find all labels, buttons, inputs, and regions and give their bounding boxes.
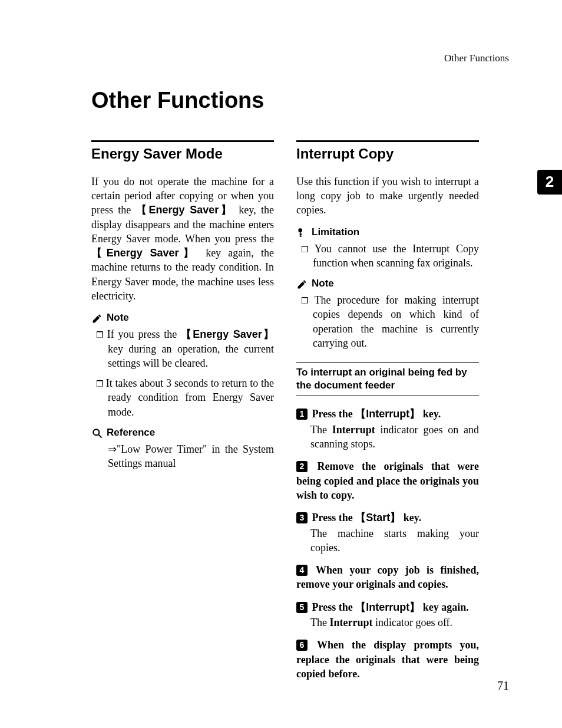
text: key.: [401, 512, 421, 523]
text: key again.: [420, 601, 469, 613]
keycap-interrupt: Interrupt: [366, 601, 409, 613]
page-title: Other Functions: [91, 85, 509, 116]
note-heading: Note: [91, 311, 274, 325]
text: The: [310, 617, 329, 628]
section-title-energy-saver: Energy Saver Mode: [91, 144, 274, 163]
chapter-tab: 2: [537, 170, 562, 195]
svg-rect-5: [300, 236, 302, 237]
keycap-energy-saver: Energy Saver: [107, 247, 179, 259]
keycap-energy-saver: Energy Saver: [193, 328, 262, 340]
key-icon: [296, 226, 308, 238]
pencil-icon: [296, 278, 308, 290]
limitation-list: You cannot use the Interrupt Copy functi…: [296, 242, 479, 271]
reference-heading: Reference: [91, 426, 274, 440]
keycap-interrupt: Interrupt: [366, 408, 409, 420]
text: Press the: [312, 601, 356, 613]
step: 4 When your copy job is finished, remove…: [296, 563, 479, 592]
step-body: The Interrupt indicator goes off.: [296, 615, 479, 630]
right-column: Interrupt Copy Use this function if you …: [296, 140, 479, 689]
svg-rect-4: [300, 234, 302, 235]
text: If you press the: [107, 328, 181, 340]
note-label: Note: [107, 311, 129, 325]
text: When your copy job is finished, remove y…: [296, 564, 479, 590]
note-list: If you press the 【Energy Saver】 key duri…: [91, 327, 274, 419]
step: 2 Remove the originals that were being c…: [296, 459, 479, 502]
energy-saver-intro: If you do not operate the machine for a …: [91, 174, 274, 304]
step: 6 When the display prompts you, replace …: [296, 638, 479, 681]
note-item: If you press the 【Energy Saver】 key duri…: [91, 327, 274, 370]
limitation-heading: Limitation: [296, 226, 479, 239]
note-heading: Note: [296, 277, 479, 291]
text: key.: [420, 408, 441, 420]
magnifier-icon: [91, 427, 103, 439]
svg-point-0: [93, 429, 99, 435]
subsection-title: To interrupt an original being fed by th…: [296, 362, 479, 396]
step-body: The Interrupt indicator goes on and scan…: [296, 423, 479, 452]
text: Press the: [312, 408, 356, 420]
keycap-energy-saver: Energy Saver: [148, 204, 219, 216]
step-number-icon: 2: [296, 461, 308, 472]
running-header: Other Functions: [444, 52, 509, 65]
svg-line-1: [99, 434, 102, 437]
page-number: 71: [497, 678, 509, 694]
section-rule: [296, 140, 479, 142]
text: indicator goes off.: [372, 617, 452, 628]
note-item: It takes about 3 seconds to return to th…: [91, 376, 274, 419]
note-list: The procedure for making interrupt copie…: [296, 293, 479, 350]
step-list: 1 Press the 【Interrupt】 key. The Interru…: [296, 407, 479, 681]
text: When the display prompts you, replace th…: [296, 639, 479, 680]
limitation-label: Limitation: [312, 226, 359, 239]
section-rule: [91, 140, 274, 142]
step: 5 Press the 【Interrupt】 key again. The I…: [296, 600, 479, 630]
step-number-icon: 1: [296, 409, 308, 420]
step: 1 Press the 【Interrupt】 key. The Interru…: [296, 407, 479, 451]
text: Press the: [312, 512, 356, 523]
step-body: The machine starts making your copies.: [296, 526, 479, 555]
bold-text: Interrupt: [329, 617, 372, 628]
step-number-icon: 6: [296, 640, 308, 651]
limitation-item: You cannot use the Interrupt Copy functi…: [296, 242, 479, 271]
note-item: The procedure for making interrupt copie…: [296, 293, 479, 350]
pencil-icon: [91, 312, 103, 324]
text: The: [310, 424, 332, 436]
step-number-icon: 3: [296, 512, 308, 523]
reference-body: ⇒"Low Power Timer" in the System Setting…: [91, 442, 274, 471]
section-title-interrupt-copy: Interrupt Copy: [296, 144, 479, 163]
manual-page: Other Functions 2 Other Functions Energy…: [0, 0, 562, 728]
step: 3 Press the 【Start】 key. The machine sta…: [296, 510, 479, 555]
text: key during an operation, the current set…: [108, 343, 274, 369]
bold-text: Interrupt: [332, 424, 375, 436]
two-column-layout: Energy Saver Mode If you do not operate …: [91, 140, 509, 689]
step-number-icon: 5: [296, 602, 308, 613]
reference-label: Reference: [107, 426, 155, 440]
left-column: Energy Saver Mode If you do not operate …: [91, 140, 274, 689]
text: Remove the originals that were being cop…: [296, 460, 479, 501]
step-number-icon: 4: [296, 565, 308, 576]
keycap-start: Start: [366, 512, 390, 523]
interrupt-intro: Use this function if you wish to interru…: [296, 174, 479, 218]
note-label: Note: [312, 277, 334, 291]
svg-point-2: [298, 228, 302, 232]
